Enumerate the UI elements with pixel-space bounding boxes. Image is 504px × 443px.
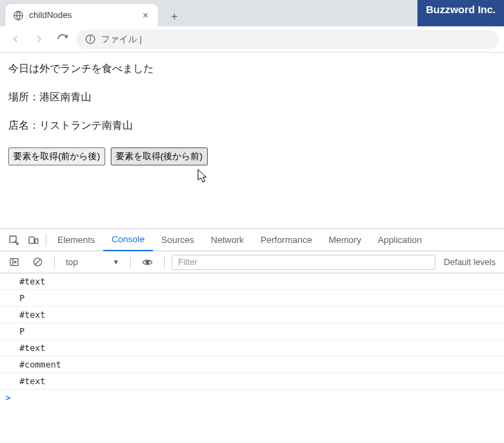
svg-rect-5 — [29, 237, 34, 243]
tab-title: childNodes — [29, 10, 134, 20]
separator — [130, 256, 131, 269]
back-button[interactable] — [6, 30, 25, 49]
globe-icon — [12, 10, 24, 21]
console-filter-bar: top ▼ Default levels — [0, 251, 504, 273]
console-line: #text — [0, 273, 504, 290]
filter-input[interactable] — [172, 255, 435, 270]
paragraph-2: 場所：港区南青山 — [8, 91, 496, 104]
console-line: #text — [0, 307, 504, 323]
live-expression-icon[interactable] — [138, 253, 157, 272]
tab-application[interactable]: Application — [370, 229, 431, 251]
address-text: ファイル | — [101, 33, 142, 46]
get-elements-forward-button[interactable]: 要素を取得(前から後) — [8, 147, 105, 165]
log-levels-selector[interactable]: Default levels — [440, 257, 500, 267]
inspect-icon[interactable] — [4, 230, 24, 250]
info-icon — [84, 34, 96, 45]
console-output: #text P #text P #text #comment #text > — [0, 273, 504, 443]
chevron-down-icon: ▼ — [112, 258, 119, 266]
tab-network[interactable]: Network — [203, 229, 253, 251]
console-prompt[interactable]: > — [0, 390, 504, 406]
separator — [164, 256, 165, 269]
svg-point-11 — [146, 260, 150, 264]
svg-line-10 — [35, 260, 40, 265]
tab-performance[interactable]: Performance — [252, 229, 320, 251]
get-elements-backward-button[interactable]: 要素を取得(後から前) — [111, 147, 208, 165]
browser-tab[interactable]: childNodes × — [6, 4, 158, 26]
device-toggle-icon[interactable] — [24, 230, 43, 250]
console-line: #text — [0, 373, 504, 390]
console-sidebar-toggle-icon[interactable] — [4, 253, 24, 272]
svg-rect-6 — [35, 239, 38, 244]
tab-elements[interactable]: Elements — [49, 229, 103, 251]
tab-memory[interactable]: Memory — [321, 229, 370, 251]
address-bar[interactable]: ファイル | — [76, 30, 498, 49]
svg-point-3 — [90, 37, 91, 37]
console-line: P — [0, 323, 504, 340]
paragraph-1: 今日は外でランチを食べました — [8, 62, 496, 75]
console-line: #text — [0, 340, 504, 356]
context-label: top — [66, 257, 78, 267]
brand-banner: Buzzword Inc. — [417, 0, 504, 26]
close-icon[interactable]: × — [140, 10, 151, 21]
page-content: 今日は外でランチを食べました 場所：港区南青山 店名：リストランテ南青山 要素を… — [0, 53, 504, 175]
console-line: #comment — [0, 356, 504, 373]
paragraph-3: 店名：リストランテ南青山 — [8, 119, 496, 132]
console-line: P — [0, 290, 504, 307]
clear-console-icon[interactable] — [28, 253, 47, 272]
devtools-panel: Elements Console Sources Network Perform… — [0, 228, 504, 443]
separator — [46, 234, 46, 246]
devtools-tabbar: Elements Console Sources Network Perform… — [0, 229, 504, 251]
tab-console[interactable]: Console — [103, 229, 153, 251]
context-selector[interactable]: top ▼ — [62, 254, 123, 271]
new-tab-button[interactable]: + — [165, 7, 184, 26]
reload-button[interactable] — [53, 30, 72, 49]
tab-sources[interactable]: Sources — [153, 229, 203, 251]
separator — [54, 256, 55, 269]
forward-button[interactable] — [29, 30, 48, 49]
browser-toolbar: ファイル | — [0, 26, 504, 53]
